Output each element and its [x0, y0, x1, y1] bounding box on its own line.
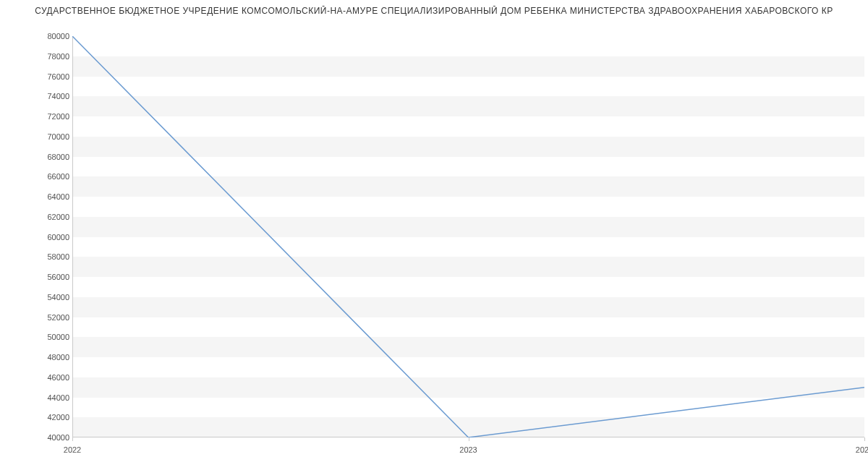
y-tick-label: 40000: [4, 433, 69, 442]
x-tick-label: 2022: [64, 445, 81, 454]
y-tick-label: 76000: [4, 72, 69, 81]
y-tick-label: 48000: [4, 353, 69, 362]
x-tick-mark: [469, 437, 469, 441]
y-tick-label: 74000: [4, 92, 69, 101]
plot-area: [72, 36, 864, 437]
x-tick-mark: [72, 437, 73, 441]
y-tick-label: 58000: [4, 252, 69, 261]
y-tick-label: 56000: [4, 273, 69, 281]
y-tick-label: 72000: [4, 112, 69, 121]
x-tick-mark: [864, 437, 865, 441]
line-layer: [72, 36, 864, 437]
y-tick-label: 80000: [4, 32, 69, 40]
y-tick-label: 54000: [4, 293, 69, 302]
y-tick-label: 44000: [4, 393, 69, 402]
y-tick-label: 68000: [4, 153, 69, 161]
chart-container: СУДАРСТВЕННОЕ БЮДЖЕТНОЕ УЧРЕДЕНИЕ КОМСОМ…: [0, 0, 868, 470]
y-tick-label: 64000: [4, 192, 69, 201]
y-tick-label: 70000: [4, 132, 69, 141]
y-tick-label: 42000: [4, 413, 69, 422]
y-tick-label: 60000: [4, 233, 69, 242]
chart-title: СУДАРСТВЕННОЕ БЮДЖЕТНОЕ УЧРЕДЕНИЕ КОМСОМ…: [0, 6, 868, 16]
series-line: [72, 36, 864, 437]
y-tick-label: 50000: [4, 333, 69, 341]
x-tick-label: 2024: [856, 445, 868, 454]
y-tick-label: 78000: [4, 52, 69, 61]
y-tick-label: 62000: [4, 213, 69, 221]
y-tick-label: 66000: [4, 172, 69, 181]
y-tick-label: 52000: [4, 313, 69, 322]
y-tick-label: 46000: [4, 373, 69, 382]
x-tick-label: 2023: [459, 445, 477, 454]
